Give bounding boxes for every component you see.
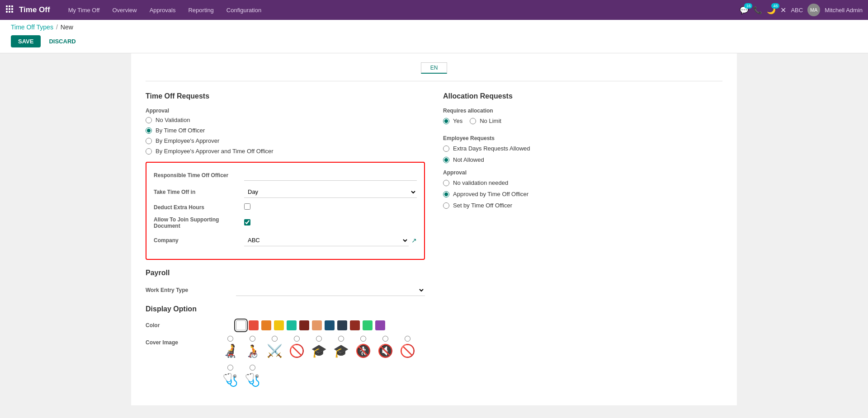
app-title: Time Off — [19, 5, 50, 14]
deduct-extra-control — [244, 203, 417, 211]
alloc-set-by-officer-option: Set by Time Off Officer — [443, 202, 722, 209]
cover-radio-11[interactable] — [250, 365, 255, 371]
deduct-extra-checkbox[interactable] — [244, 203, 250, 210]
cover-img-8: 🔇 — [377, 343, 393, 358]
radio-by-officer: By Time Off Officer — [146, 127, 425, 134]
cover-radio-7[interactable] — [360, 336, 366, 342]
user-avatar[interactable]: MA — [807, 4, 820, 16]
cover-img-3: ⚔️ — [267, 343, 283, 358]
color-swatch-peach[interactable] — [312, 320, 322, 330]
cover-radio-8[interactable] — [382, 336, 388, 342]
cover-icons: 🧑‍🦼 🧑‍🦽 ⚔️ — [222, 336, 425, 387]
extra-days-radio[interactable] — [443, 146, 449, 152]
nav-links: My Time Off Overview Approvals Reporting… — [63, 4, 736, 16]
radio-by-approver-input[interactable] — [146, 138, 152, 144]
alloc-no-validation-radio[interactable] — [443, 180, 449, 186]
moon-icon[interactable]: 🌙46 — [767, 6, 776, 14]
cover-img-4: 🚫 — [289, 343, 305, 358]
cover-radio-2[interactable] — [250, 336, 255, 342]
cover-image-row: Cover Image 🧑‍🦼 🧑‍🦽 — [146, 336, 425, 387]
breadcrumb-separator: / — [56, 23, 58, 31]
nav-approvals[interactable]: Approvals — [144, 4, 181, 16]
cover-icon-6: 🎓 — [333, 336, 349, 358]
nav-configuration[interactable]: Configuration — [221, 4, 267, 16]
requires-no-limit-option: No Limit — [470, 117, 501, 124]
not-allowed-radio[interactable] — [443, 157, 449, 163]
close-icon[interactable]: ✕ — [780, 6, 786, 14]
cover-icon-7: 🚷 — [355, 336, 371, 358]
color-swatch-yellow[interactable] — [274, 320, 284, 330]
radio-no-validation: No Validation — [146, 117, 425, 123]
company-label: Company — [154, 237, 244, 244]
color-swatch-white[interactable] — [236, 320, 246, 330]
cover-icon-1: 🧑‍🦼 — [222, 336, 238, 358]
requires-allocation-label: Requires allocation — [443, 108, 722, 114]
chat-icon[interactable]: 💬16 — [740, 6, 749, 14]
requires-yes-radio[interactable] — [443, 118, 449, 124]
color-label: Color — [146, 322, 236, 329]
color-swatch-crimson[interactable] — [350, 320, 360, 330]
payroll-title: Payroll — [146, 269, 425, 277]
radio-no-validation-input[interactable] — [146, 117, 152, 123]
allow-join-control — [244, 219, 417, 227]
discard-button[interactable]: DISCARD — [44, 35, 80, 47]
color-swatch-dark-blue[interactable] — [325, 320, 335, 330]
alloc-approved-label: Approved by Time Off Officer — [453, 191, 528, 197]
color-swatch-teal[interactable] — [287, 320, 297, 330]
work-entry-select[interactable] — [236, 284, 425, 296]
cover-icon-9: 🚫 — [400, 336, 415, 358]
cover-radio-3[interactable] — [272, 336, 278, 342]
phone-icon[interactable]: 📞 — [753, 6, 762, 14]
cover-icon-2: 🧑‍🦽 — [245, 336, 260, 358]
allow-join-checkbox[interactable] — [244, 219, 250, 225]
svg-rect-7 — [9, 11, 10, 13]
requires-no-limit-radio[interactable] — [470, 118, 476, 124]
cover-radio-5[interactable] — [316, 336, 322, 342]
cover-img-7: 🚷 — [355, 343, 371, 358]
lang-en-button[interactable]: EN — [421, 62, 448, 74]
allow-join-label: Allow To Join Supporting Document — [154, 216, 244, 229]
alloc-no-validation-option: No validation needed — [443, 179, 722, 186]
radio-by-approver-officer-input[interactable] — [146, 148, 152, 155]
radio-by-officer-input[interactable] — [146, 127, 152, 134]
main-content: EN Time Off Requests Approval No Validat… — [0, 53, 868, 418]
top-navigation: ​ Time Off My Time Off Overview Approval… — [0, 0, 868, 20]
grid-icon[interactable]: ​ — [5, 5, 14, 15]
approval-label: Approval — [146, 108, 425, 114]
color-swatch-orange[interactable] — [261, 320, 271, 330]
requires-allocation-field: Requires allocation Yes No Limit — [443, 108, 722, 129]
nav-reporting[interactable]: Reporting — [183, 4, 219, 16]
alloc-set-radio[interactable] — [443, 202, 449, 209]
cover-radio-4[interactable] — [294, 336, 300, 342]
display-option-title: Display Option — [146, 305, 425, 313]
not-allowed-option: Not Allowed — [443, 156, 722, 163]
cover-img-10: 🩺 — [222, 372, 238, 387]
cover-radio-1[interactable] — [227, 336, 233, 342]
work-entry-control — [236, 284, 425, 296]
nav-my-time-off[interactable]: My Time Off — [63, 4, 105, 16]
color-swatch-green[interactable] — [363, 320, 373, 330]
cover-radio-9[interactable] — [405, 336, 410, 342]
action-bar: SAVE DISCARD — [11, 33, 857, 49]
breadcrumb-parent[interactable]: Time Off Types — [11, 23, 53, 31]
extra-days-option: Extra Days Requests Allowed — [443, 145, 722, 152]
nav-overview[interactable]: Overview — [107, 4, 142, 16]
responsible-officer-input[interactable] — [244, 170, 417, 181]
moon-badge: 46 — [771, 3, 779, 9]
display-section: Display Option Color — [146, 305, 425, 387]
cover-radio-6[interactable] — [338, 336, 344, 342]
color-swatch-purple[interactable] — [375, 320, 385, 330]
save-button[interactable]: SAVE — [11, 35, 41, 47]
cover-icon-10: 🩺 — [222, 365, 238, 387]
cover-img-6: 🎓 — [333, 343, 349, 358]
cover-image-label: Cover Image — [146, 336, 222, 346]
color-swatch-navy[interactable] — [337, 320, 347, 330]
company-select[interactable]: ABC — [244, 235, 409, 246]
cover-radio-10[interactable] — [227, 365, 233, 371]
color-swatch-dark-red[interactable] — [299, 320, 309, 330]
take-time-off-row: Take Time Off in Day Hour — [154, 186, 417, 198]
take-time-off-select[interactable]: Day Hour — [244, 186, 417, 198]
color-swatch-red[interactable] — [249, 320, 259, 330]
alloc-approved-radio[interactable] — [443, 191, 449, 197]
company-external-link-icon[interactable]: ↗ — [411, 237, 417, 244]
